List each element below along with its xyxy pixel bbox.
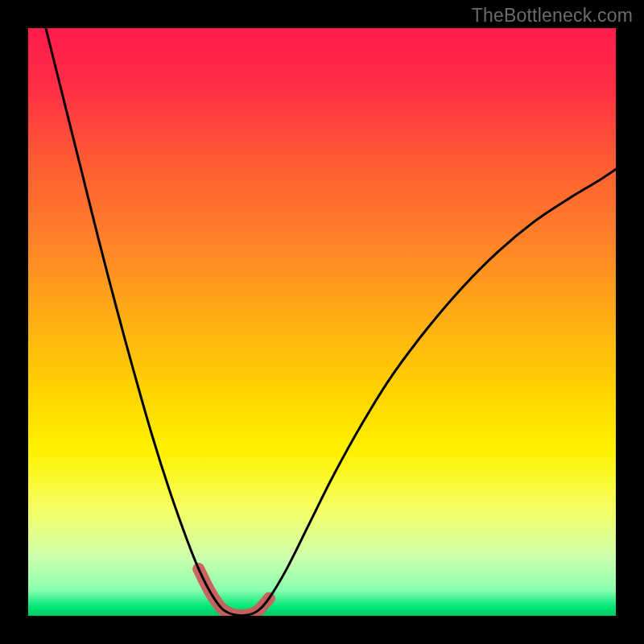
plot-area <box>28 28 616 616</box>
curve-line <box>28 28 616 616</box>
watermark-text: TheBottleneck.com <box>472 5 633 27</box>
chart-stage: TheBottleneck.com <box>0 0 644 644</box>
